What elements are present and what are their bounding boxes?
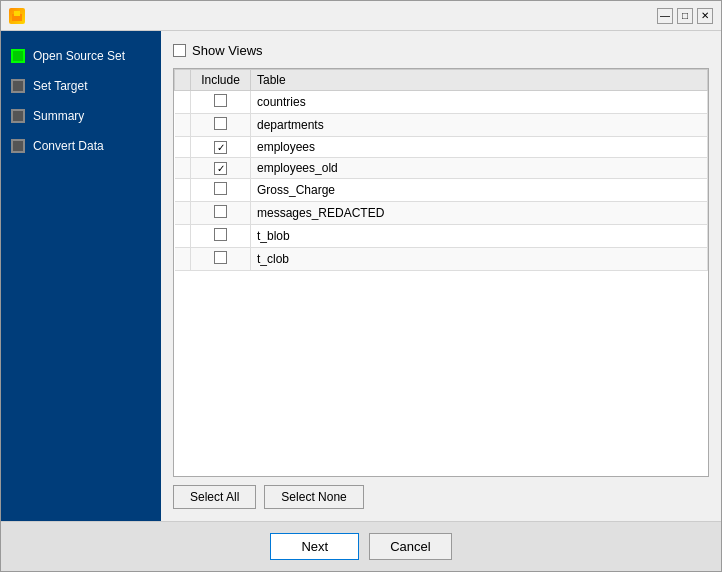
maximize-button[interactable]: □ xyxy=(677,8,693,24)
footer-bar: Next Cancel xyxy=(1,521,721,571)
sidebar-item-open-source-set[interactable]: Open Source Set xyxy=(1,41,161,71)
col-header-table: Table xyxy=(251,70,708,91)
row-table-name: Gross_Charge xyxy=(251,179,708,202)
content-area: Open Source Set Set Target Summary Conve… xyxy=(1,31,721,521)
row-checkbox-cell[interactable] xyxy=(191,248,251,271)
row-number xyxy=(175,91,191,114)
row-number xyxy=(175,179,191,202)
row-number xyxy=(175,114,191,137)
sidebar-label-open-source-set: Open Source Set xyxy=(33,49,125,63)
sidebar-indicator-set-target xyxy=(11,79,25,93)
svg-rect-1 xyxy=(14,11,20,16)
row-checkbox-countries[interactable] xyxy=(214,94,227,107)
col-header-empty xyxy=(175,70,191,91)
sidebar-label-convert-data: Convert Data xyxy=(33,139,104,153)
row-checkbox-departments[interactable] xyxy=(214,117,227,130)
show-views-checkbox[interactable] xyxy=(173,44,186,57)
next-button[interactable]: Next xyxy=(270,533,359,560)
row-number xyxy=(175,225,191,248)
sidebar-item-convert-data[interactable]: Convert Data xyxy=(1,131,161,161)
show-views-label: Show Views xyxy=(192,43,263,58)
sidebar-item-summary[interactable]: Summary xyxy=(1,101,161,131)
row-table-name: employees xyxy=(251,137,708,158)
close-button[interactable]: ✕ xyxy=(697,8,713,24)
row-checkbox-t_blob[interactable] xyxy=(214,228,227,241)
sidebar-indicator-convert-data xyxy=(11,139,25,153)
row-table-name: employees_old xyxy=(251,158,708,179)
title-bar-left xyxy=(9,8,25,24)
col-header-include: Include xyxy=(191,70,251,91)
table-row: t_clob xyxy=(175,248,708,271)
row-checkbox-employees[interactable] xyxy=(214,141,227,154)
row-table-name: messages_REDACTED xyxy=(251,202,708,225)
row-number xyxy=(175,137,191,158)
row-checkbox-cell[interactable] xyxy=(191,137,251,158)
row-checkbox-cell[interactable] xyxy=(191,225,251,248)
sidebar-item-set-target[interactable]: Set Target xyxy=(1,71,161,101)
row-number xyxy=(175,202,191,225)
row-checkbox-cell[interactable] xyxy=(191,179,251,202)
row-checkbox-t_clob[interactable] xyxy=(214,251,227,264)
row-checkbox-Gross_Charge[interactable] xyxy=(214,182,227,195)
sidebar-label-set-target: Set Target xyxy=(33,79,87,93)
row-checkbox-employees_old[interactable] xyxy=(214,162,227,175)
sidebar-label-summary: Summary xyxy=(33,109,84,123)
table-row: departments xyxy=(175,114,708,137)
row-checkbox-messages_REDACTED[interactable] xyxy=(214,205,227,218)
table-row: employees_old xyxy=(175,158,708,179)
table-container: Include Table countriesdepartmentsemploy… xyxy=(173,68,709,477)
row-number xyxy=(175,158,191,179)
select-all-button[interactable]: Select All xyxy=(173,485,256,509)
row-checkbox-cell[interactable] xyxy=(191,91,251,114)
table-row: Gross_Charge xyxy=(175,179,708,202)
sidebar-indicator-summary xyxy=(11,109,25,123)
row-table-name: countries xyxy=(251,91,708,114)
cancel-button[interactable]: Cancel xyxy=(369,533,451,560)
main-window: — □ ✕ Open Source Set Set Target Summary… xyxy=(0,0,722,572)
row-table-name: departments xyxy=(251,114,708,137)
table-row: messages_REDACTED xyxy=(175,202,708,225)
sidebar: Open Source Set Set Target Summary Conve… xyxy=(1,31,161,521)
table-row: employees xyxy=(175,137,708,158)
select-none-button[interactable]: Select None xyxy=(264,485,363,509)
minimize-button[interactable]: — xyxy=(657,8,673,24)
title-bar-controls: — □ ✕ xyxy=(657,8,713,24)
title-bar: — □ ✕ xyxy=(1,1,721,31)
row-checkbox-cell[interactable] xyxy=(191,158,251,179)
row-checkbox-cell[interactable] xyxy=(191,114,251,137)
table-row: countries xyxy=(175,91,708,114)
table-row: t_blob xyxy=(175,225,708,248)
show-views-row: Show Views xyxy=(173,43,709,58)
table-header-row: Include Table xyxy=(175,70,708,91)
bottom-buttons: Select All Select None xyxy=(173,485,709,509)
tables-table: Include Table countriesdepartmentsemploy… xyxy=(174,69,708,271)
row-checkbox-cell[interactable] xyxy=(191,202,251,225)
sidebar-indicator-open-source-set xyxy=(11,49,25,63)
row-number xyxy=(175,248,191,271)
row-table-name: t_blob xyxy=(251,225,708,248)
row-table-name: t_clob xyxy=(251,248,708,271)
app-icon xyxy=(9,8,25,24)
main-panel: Show Views Include Table countriesdepart… xyxy=(161,31,721,521)
